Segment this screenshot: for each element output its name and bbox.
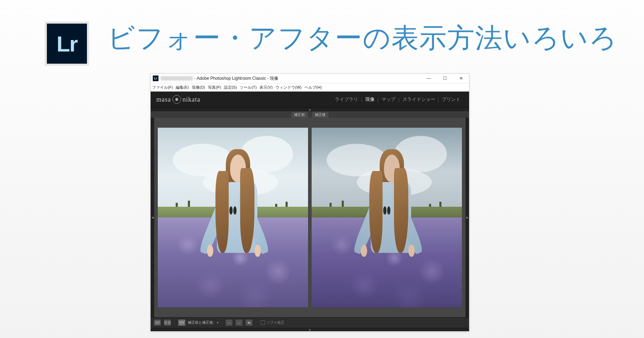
- window-minimize-button[interactable]: —: [421, 74, 437, 83]
- window-close-button[interactable]: ✕: [453, 74, 469, 83]
- menu-view[interactable]: 表示(V): [259, 85, 273, 90]
- module-header: masa nikata ライブラリ | 現像 | マップ | スライドショー |…: [151, 92, 469, 108]
- module-library[interactable]: ライブラリ: [332, 96, 361, 103]
- menu-tools[interactable]: ツール(T): [240, 85, 257, 90]
- before-image-pane[interactable]: [158, 128, 308, 307]
- bottom-panel-collapse[interactable]: ▲: [151, 328, 469, 331]
- left-panel-collapse[interactable]: ◀: [151, 118, 154, 317]
- menu-file[interactable]: ファイル(F): [152, 85, 173, 90]
- copy-before-to-after-button[interactable]: →: [225, 319, 233, 326]
- after-image-pane[interactable]: [312, 128, 462, 307]
- swap-before-after-button[interactable]: ⇆: [245, 319, 253, 326]
- before-after-mode-dropdown[interactable]: ▾: [217, 321, 219, 324]
- soft-proof-checkbox[interactable]: ソフト校正: [261, 320, 284, 325]
- window-title-filename-blurred: [161, 76, 193, 80]
- lightroom-badge: Lr: [45, 21, 89, 66]
- module-map[interactable]: マップ: [379, 96, 398, 103]
- page-title: ビフォー・アフターの表示方法いろいろ: [107, 20, 618, 57]
- after-label: 補正後: [312, 112, 328, 118]
- compare-header: 補正前 補正後: [151, 111, 469, 118]
- menu-help[interactable]: ヘルプ(H): [304, 85, 322, 90]
- window-title: - Adobe Photoshop Lightroom Classic - 現像: [194, 75, 278, 82]
- before-after-lr-button[interactable]: [164, 319, 171, 326]
- window-maximize-button[interactable]: ☐: [437, 74, 453, 83]
- lightroom-badge-text: Lr: [47, 24, 87, 64]
- before-label: 補正前: [291, 112, 308, 118]
- menu-develop[interactable]: 現像(D): [192, 85, 205, 90]
- window-titlebar[interactable]: Lr - Adobe Photoshop Lightroom Classic -…: [151, 74, 469, 83]
- menu-settings[interactable]: 設定(S): [224, 85, 237, 90]
- copy-after-to-before-button[interactable]: ←: [235, 319, 243, 326]
- loupe-view-button[interactable]: [153, 319, 161, 326]
- module-print[interactable]: プリント: [439, 96, 463, 103]
- before-after-toggle-button[interactable]: Y|Y: [178, 319, 186, 326]
- brand-left: masa: [156, 96, 171, 103]
- window-app-icon: Lr: [153, 75, 158, 81]
- before-after-mode-label: 補正前と補正後:: [188, 320, 214, 325]
- lightroom-window: Lr - Adobe Photoshop Lightroom Classic -…: [150, 73, 469, 332]
- menu-window[interactable]: ウィンドウ(W): [275, 85, 302, 90]
- module-develop[interactable]: 現像: [362, 96, 377, 103]
- menu-photo[interactable]: 写真(P): [208, 85, 221, 90]
- brand-ring-icon: [172, 95, 181, 104]
- right-panel-collapse[interactable]: ▶: [465, 118, 469, 317]
- soft-proof-label: ソフト校正: [267, 320, 284, 325]
- top-panel-collapse[interactable]: ▲: [151, 108, 469, 111]
- identity-plate[interactable]: masa nikata: [156, 95, 200, 104]
- module-slideshow[interactable]: スライドショー: [400, 96, 438, 103]
- menubar[interactable]: ファイル(F) 編集(E) 現像(D) 写真(P) 設定(S) ツール(T) 表…: [151, 83, 469, 92]
- brand-right: nikata: [182, 96, 200, 103]
- develop-toolbar: Y|Y 補正前と補正後: ▾ → ← ⇆ ソフト校正: [151, 317, 469, 328]
- checkbox-icon: [261, 320, 265, 325]
- menu-edit[interactable]: 編集(E): [176, 85, 189, 90]
- module-picker: ライブラリ | 現像 | マップ | スライドショー | プリント: [332, 96, 463, 103]
